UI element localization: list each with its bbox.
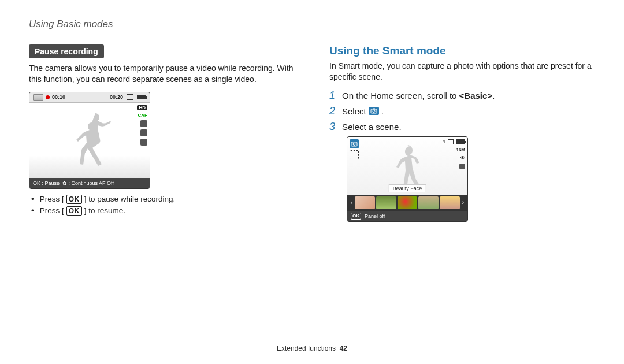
pause-intro-text: The camera allows you to temporarily pau… — [29, 63, 295, 85]
step-2: 2 Select . — [329, 105, 595, 117]
shot-count: 1 — [443, 139, 445, 144]
scene-prev-icon[interactable]: ‹ — [350, 199, 354, 206]
hd-badge: HD — [137, 105, 147, 110]
remaining-time: 00:20 — [110, 94, 123, 100]
page-footer: Extended functions 42 — [0, 344, 624, 352]
thumbnail-icon — [33, 94, 43, 101]
left-column: Pause recording The camera allows you to… — [29, 44, 295, 222]
smart-mode-icon — [369, 107, 379, 115]
svg-point-4 — [353, 143, 355, 145]
divider — [29, 34, 595, 34]
mode-icon-2 — [140, 129, 147, 136]
smart-screenshot: 1 16M 👁 Beauty Face ‹ — [347, 136, 468, 222]
recording-topbar: 00:10 00:20 — [29, 92, 150, 103]
flash-icon — [459, 164, 465, 169]
section-header: Using Basic modes — [29, 18, 595, 30]
card-icon — [127, 94, 133, 100]
recording-bottombar: OK : Pause ✿ : Continuous AF Off — [29, 178, 150, 188]
step-1: 1 On the Home screen, scroll to <Basic>. — [329, 90, 595, 102]
battery-icon — [456, 139, 465, 144]
bullet-resume: Press [OK] to resume. — [29, 206, 295, 216]
stabilizer-icon — [140, 139, 147, 146]
subheading-pill: Pause recording — [29, 44, 104, 58]
camera-mode-icon — [350, 139, 359, 148]
recording-right-icons: HD CAF — [137, 105, 147, 146]
ok-key-icon: OK — [66, 195, 82, 204]
scene-name-label: Beauty Face — [389, 184, 426, 192]
ok-key-icon: OK — [351, 213, 361, 220]
svg-rect-2 — [373, 109, 375, 110]
manual-page: Using Basic modes Pause recording The ca… — [0, 0, 624, 364]
smart-steps: 1 On the Home screen, scroll to <Basic>.… — [329, 90, 595, 133]
scene-thumb[interactable] — [440, 196, 460, 209]
focus-frame-icon — [350, 150, 359, 159]
smart-right-icons: 1 16M 👁 — [443, 139, 465, 169]
svg-point-1 — [373, 110, 375, 113]
smart-preview: 1 16M 👁 Beauty Face — [347, 137, 467, 195]
pause-instructions: Press [OK] to pause while recording. Pre… — [29, 195, 295, 216]
two-column-layout: Pause recording The camera allows you to… — [29, 44, 595, 222]
scene-thumb[interactable] — [418, 196, 439, 209]
recording-screenshot: 00:10 00:20 HD CAF — [29, 92, 150, 189]
panel-off-label: Panel off — [365, 213, 385, 219]
scene-next-icon[interactable]: › — [461, 199, 465, 206]
bullet-pause: Press [OK] to pause while recording. — [29, 195, 295, 204]
smart-bottombar: OK Panel off — [347, 211, 467, 221]
ok-key-icon: OK — [66, 206, 82, 216]
step-3: 3 Select a scene. — [329, 121, 595, 133]
smart-mode-heading: Using the Smart mode — [329, 44, 595, 57]
recording-tip: OK : Pause ✿ : Continuous AF Off — [33, 180, 114, 186]
smart-left-icons — [350, 139, 359, 159]
caf-label: CAF — [138, 113, 147, 118]
redeye-icon: 👁 — [460, 155, 465, 161]
smart-intro-text: In Smart mode, you can capture a photo w… — [329, 61, 595, 83]
scene-thumb[interactable] — [398, 196, 418, 209]
card-icon — [448, 139, 454, 144]
mode-icon-1 — [140, 120, 147, 127]
scene-thumb[interactable] — [376, 196, 396, 209]
resolution-label: 16M — [456, 147, 465, 153]
scene-thumb[interactable] — [355, 196, 375, 209]
dancer-silhouette — [71, 110, 117, 173]
right-column: Using the Smart mode In Smart mode, you … — [329, 44, 595, 222]
scene-thumbnails: ‹ › — [347, 195, 467, 211]
battery-icon — [137, 95, 146, 99]
recording-preview: HD CAF — [29, 103, 150, 178]
child-silhouette — [390, 143, 425, 189]
record-indicator-icon — [46, 95, 50, 99]
elapsed-time: 00:10 — [52, 94, 65, 100]
